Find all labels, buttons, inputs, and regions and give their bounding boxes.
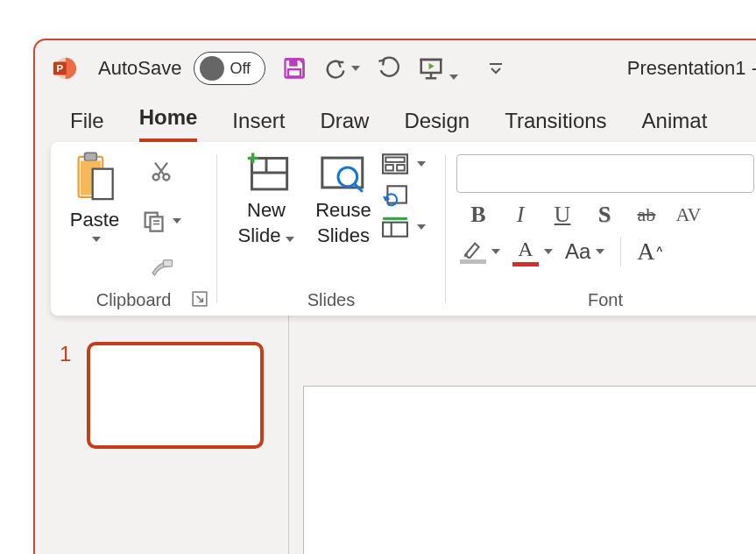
underline-button[interactable]: U (549, 202, 576, 228)
redo-button[interactable] (372, 52, 406, 85)
autosave-label: AutoSave (98, 57, 181, 80)
reuse-slides-button[interactable]: Reuse Slides (305, 151, 382, 291)
svg-rect-5 (288, 69, 300, 76)
chevron-down-icon (417, 224, 426, 230)
tab-design[interactable]: Design (404, 102, 470, 142)
customize-qat-button[interactable] (479, 52, 512, 85)
slide-thumbnail-1[interactable] (87, 342, 264, 449)
paste-button[interactable]: Paste (61, 151, 128, 291)
svg-rect-37 (397, 165, 405, 170)
group-clipboard: Paste (51, 142, 216, 316)
autosave-toggle[interactable]: Off (194, 52, 265, 85)
group-label-slides: Slides (217, 290, 445, 310)
cut-button[interactable] (135, 153, 187, 188)
copy-button[interactable] (135, 203, 187, 238)
new-slide-button[interactable]: New Slide (228, 151, 305, 291)
new-slide-label: New Slide (228, 198, 305, 248)
character-spacing-button[interactable]: AV (675, 203, 702, 226)
title-bar: P AutoSave Off (35, 40, 756, 96)
svg-rect-12 (85, 153, 97, 160)
slide-canvas[interactable] (303, 386, 756, 554)
tab-insert[interactable]: Insert (232, 102, 285, 142)
highlight-color-button[interactable] (460, 239, 500, 264)
bold-button[interactable]: B (465, 202, 491, 228)
slide-number: 1 (60, 342, 71, 366)
chevron-down-icon (449, 75, 458, 80)
document-title: Presentation1 - (627, 57, 756, 80)
chevron-down-icon (92, 237, 101, 242)
svg-text:P: P (57, 63, 64, 74)
font-name-input[interactable] (456, 154, 754, 193)
thumbnail-panel: 1 (35, 316, 289, 554)
italic-button[interactable]: I (507, 202, 533, 228)
toggle-knob (200, 56, 224, 81)
chevron-down-icon (491, 249, 500, 254)
svg-rect-35 (385, 158, 404, 162)
slideshow-from-start-button[interactable] (418, 52, 444, 85)
chevron-down-icon (544, 249, 553, 254)
tab-transitions[interactable]: Transitions (505, 102, 606, 142)
autosave-state: Off (230, 60, 251, 78)
group-slides: New Slide Reuse Slides (217, 142, 445, 316)
undo-button[interactable] (323, 52, 360, 85)
save-button[interactable] (278, 52, 311, 85)
content-area: 1 (35, 316, 756, 554)
reuse-slides-label: Reuse Slides (305, 198, 382, 248)
change-case-button[interactable]: Aa (565, 239, 604, 264)
tab-animations[interactable]: Animat (642, 102, 708, 142)
ribbon-tabs: File Home Insert Draw Design Transitions… (35, 96, 756, 142)
slide-editor (289, 316, 756, 554)
format-painter-button[interactable] (135, 253, 187, 288)
chevron-down-icon (173, 218, 181, 224)
text-shadow-button[interactable]: S (591, 202, 618, 228)
tab-file[interactable]: File (70, 102, 104, 142)
svg-rect-15 (93, 169, 113, 199)
svg-rect-4 (290, 60, 298, 67)
tab-home[interactable]: Home (139, 98, 198, 142)
chevron-down-icon (596, 249, 604, 254)
tab-draw[interactable]: Draw (320, 102, 369, 142)
group-label-font: Font (446, 290, 756, 310)
svg-rect-24 (164, 259, 173, 266)
increase-font-button[interactable]: A^ (637, 238, 662, 266)
group-font: B I U S ab AV (446, 142, 756, 316)
app-window: P AutoSave Off (33, 39, 756, 554)
chevron-down-icon (286, 237, 294, 242)
svg-rect-36 (385, 165, 393, 170)
reset-slide-button[interactable] (382, 184, 426, 207)
ribbon: Paste (51, 142, 756, 316)
clipboard-dialog-launcher[interactable] (192, 291, 209, 309)
chevron-down-icon (351, 66, 360, 71)
powerpoint-icon: P (51, 55, 77, 82)
font-color-button[interactable]: A (512, 238, 553, 266)
slide-layout-button[interactable] (382, 153, 426, 175)
chevron-down-icon (417, 161, 426, 167)
section-button[interactable] (382, 216, 426, 238)
paste-label: Paste (70, 209, 119, 231)
svg-rect-39 (383, 223, 407, 237)
strikethrough-button[interactable]: ab (633, 203, 660, 226)
